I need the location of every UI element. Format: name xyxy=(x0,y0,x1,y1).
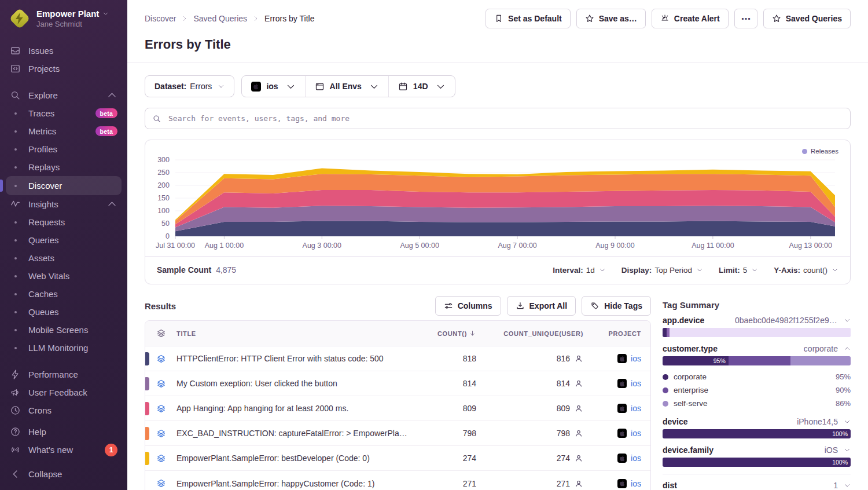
create-alert-button[interactable]: Create Alert xyxy=(652,9,729,28)
legend-label: Releases xyxy=(811,148,838,155)
chevron-down-icon xyxy=(844,482,851,489)
sidebar-item-profiles[interactable]: Profiles xyxy=(6,140,122,158)
sidebar-item-assets[interactable]: Assets xyxy=(6,249,122,267)
columns-icon xyxy=(444,301,453,310)
stack-events-button[interactable] xyxy=(145,454,176,463)
project-filter[interactable]: ios xyxy=(242,76,304,97)
save-as-button[interactable]: Save as… xyxy=(576,9,646,28)
column-header-count[interactable]: COUNT() xyxy=(416,330,480,337)
sort-arrow-down-icon xyxy=(469,330,476,337)
saved-queries-button[interactable]: Saved Queries xyxy=(763,9,851,28)
tag-value-toggle[interactable]: 0baebc0de4982f1255f2e9e9fb7… xyxy=(735,316,851,325)
count-value: 814 xyxy=(416,379,480,388)
bookmark-icon xyxy=(494,14,503,23)
project-link[interactable]: ios xyxy=(631,379,641,388)
tag-key: app.device xyxy=(663,316,704,325)
set-as-default-button[interactable]: Set as Default xyxy=(486,9,571,28)
broadcast-icon xyxy=(10,444,21,455)
svg-text:Aug 1 00:00: Aug 1 00:00 xyxy=(205,242,244,250)
columns-button[interactable]: Columns xyxy=(435,296,501,316)
help-icon xyxy=(10,426,21,437)
interval-selector[interactable]: Interval:1d xyxy=(553,266,606,275)
table-row: EmpowerPlant.SampleError: happyCustomer … xyxy=(145,471,650,490)
tag-value-toggle[interactable]: iPhone14,5 xyxy=(797,417,851,426)
project-link[interactable]: ios xyxy=(631,354,641,363)
sidebar-item-help[interactable]: Help xyxy=(6,423,122,441)
project-link[interactable]: ios xyxy=(631,404,641,413)
tag-distribution-bar: 100% xyxy=(663,429,851,438)
sidebar-item-web-vitals[interactable]: Web Vitals xyxy=(6,267,122,285)
tag-summary-panel: Tag Summary app.device0baebc0de4982f1255… xyxy=(663,296,851,490)
insights-icon xyxy=(10,199,21,210)
sidebar-item-explore[interactable]: Explore xyxy=(6,86,122,104)
stack-events-button[interactable] xyxy=(145,354,176,364)
more-options-button[interactable]: ⋯ xyxy=(734,9,757,28)
count-unique-value: 274 xyxy=(480,454,587,463)
count-unique-value: 816 xyxy=(480,354,587,363)
sidebar-item-projects[interactable]: Projects xyxy=(6,60,122,78)
stack-events-button[interactable] xyxy=(145,478,176,488)
sidebar-item-requests[interactable]: Requests xyxy=(6,213,122,231)
limit-selector[interactable]: Limit:5 xyxy=(719,266,758,275)
date-range-filter[interactable]: 14D xyxy=(388,76,455,97)
count-unique-value: 814 xyxy=(480,379,587,388)
project-link[interactable]: ios xyxy=(631,454,641,463)
stacked-area-chart[interactable]: 050100150200250300Jul 31 00:00Aug 1 00:0… xyxy=(145,145,849,256)
sidebar-item-queues[interactable]: Queues xyxy=(6,303,122,321)
sidebar-item-mobile-screens[interactable]: Mobile Screens xyxy=(6,321,122,339)
tag-section-app.device: app.device0baebc0de4982f1255f2e9e9fb7… xyxy=(663,316,851,337)
environment-filter[interactable]: All Envs xyxy=(305,76,388,97)
sidebar-item-label: Profiles xyxy=(28,144,57,154)
stack-events-button[interactable] xyxy=(145,379,176,389)
user-name: Jane Schmidt xyxy=(36,20,109,28)
sidebar-item-traces[interactable]: Tracesbeta xyxy=(6,104,122,122)
layers-icon xyxy=(156,429,166,438)
display-selector[interactable]: Display:Top Period xyxy=(621,266,703,275)
tag-section-device: deviceiPhone14,5100% xyxy=(663,417,851,438)
sidebar-collapse-button[interactable]: Collapse xyxy=(6,465,122,483)
sidebar-item-user-feedback[interactable]: User Feedback xyxy=(6,383,122,401)
tag-value-toggle[interactable]: 1 xyxy=(833,481,851,490)
chart-legend[interactable]: Releases xyxy=(802,148,838,155)
column-header-title[interactable]: TITLE xyxy=(176,330,416,337)
sidebar-item-metrics[interactable]: Metricsbeta xyxy=(6,122,122,140)
tag-value-toggle[interactable]: corporate xyxy=(804,344,851,353)
sidebar-item-replays[interactable]: Replays xyxy=(6,158,122,176)
sidebar-item-issues[interactable]: Issues xyxy=(6,42,122,60)
apple-icon xyxy=(617,454,627,463)
sidebar-item-whats-new[interactable]: What's new1 xyxy=(6,441,122,459)
count-value: 809 xyxy=(416,404,480,413)
org-switcher[interactable]: Empower Plant Jane Schmidt xyxy=(0,8,127,29)
column-header-project[interactable]: PROJECT xyxy=(587,330,650,337)
y-axis-selector[interactable]: Y-Axis:count() xyxy=(774,266,838,275)
bullet-dot-icon xyxy=(14,311,17,313)
export-all-button[interactable]: Export All xyxy=(507,296,576,316)
sidebar-item-llm-monitoring[interactable]: LLM Monitoring xyxy=(6,339,122,357)
bullet-dot-icon xyxy=(14,185,17,187)
search-input[interactable] xyxy=(167,114,843,123)
sidebar-item-queries[interactable]: Queries xyxy=(6,231,122,249)
stack-events-button[interactable] xyxy=(145,429,176,438)
project-link[interactable]: ios xyxy=(631,479,641,488)
sidebar-item-caches[interactable]: Caches xyxy=(6,285,122,303)
chevron-right-icon xyxy=(181,15,188,22)
hide-tags-button[interactable]: Hide Tags xyxy=(582,296,651,316)
breadcrumb-item[interactable]: Discover xyxy=(145,14,176,23)
sidebar-item-insights[interactable]: Insights xyxy=(6,195,122,213)
stack-events-button[interactable] xyxy=(145,404,176,414)
column-header-count-unique[interactable]: COUNT_UNIQUE(USER) xyxy=(480,330,587,337)
chevron-up-icon xyxy=(844,345,851,352)
sidebar-item-crons[interactable]: Crons xyxy=(6,401,122,419)
results-buttons: ColumnsExport AllHide Tags xyxy=(435,296,651,316)
dataset-selector[interactable]: Dataset:Errors xyxy=(145,75,234,97)
tag-value-toggle[interactable]: iOS xyxy=(825,445,851,455)
project-link[interactable]: ios xyxy=(631,429,641,438)
bullet-dot-icon xyxy=(14,275,17,277)
sidebar-item-label: Performance xyxy=(28,370,78,379)
sidebar-item-discover[interactable]: Discover xyxy=(6,176,122,195)
megaphone-icon xyxy=(10,387,21,398)
error-title: App Hanging: App hanging for at least 20… xyxy=(176,404,416,413)
beta-badge: beta xyxy=(95,108,117,118)
breadcrumb-item[interactable]: Saved Queries xyxy=(193,14,247,23)
sidebar-item-performance[interactable]: Performance xyxy=(6,365,122,383)
